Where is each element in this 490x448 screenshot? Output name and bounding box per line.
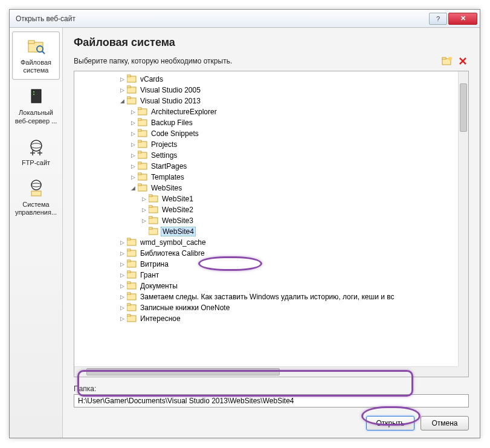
- expander-closed-icon[interactable]: ▷: [118, 282, 126, 290]
- expander-closed-icon[interactable]: ▷: [118, 238, 126, 247]
- folder-tree[interactable]: ▷vCards▷Visual Studio 2005◢Visual Studio…: [74, 71, 469, 377]
- expander-closed-icon[interactable]: ▷: [129, 151, 137, 160]
- tree-item[interactable]: ▷WebSite1: [74, 193, 458, 204]
- horizontal-scrollbar[interactable]: [74, 366, 458, 377]
- new-folder-button[interactable]: [441, 55, 453, 67]
- folder-icon: [127, 85, 139, 96]
- svg-rect-46: [149, 227, 152, 229]
- tree-item[interactable]: ▷Записные книжки OneNote: [74, 302, 458, 313]
- tree-item[interactable]: ▷Code Snippets: [74, 128, 458, 139]
- open-website-dialog: Открыть веб-сайт ? ✕ Файловая система Ло…: [9, 9, 480, 438]
- expander-closed-icon[interactable]: ▷: [129, 108, 137, 116]
- folder-icon: [149, 194, 161, 204]
- tree-item[interactable]: ▷StartPages: [74, 161, 458, 172]
- scc-icon: [27, 179, 46, 198]
- folder-icon: [127, 74, 139, 85]
- expander-closed-icon[interactable]: ▷: [129, 162, 137, 170]
- expander-closed-icon[interactable]: ▷: [118, 75, 126, 83]
- tree-item[interactable]: ▷WebSite2: [74, 204, 458, 215]
- svg-point-7: [31, 140, 42, 151]
- svg-rect-60: [127, 304, 131, 305]
- tree-item[interactable]: ▷ArchitectureExplorer: [74, 106, 458, 117]
- svg-rect-18: [127, 75, 131, 77]
- help-button[interactable]: ?: [429, 13, 447, 25]
- svg-rect-42: [149, 206, 152, 207]
- tree-item-label: WebSite4: [161, 227, 196, 236]
- expander-open-icon[interactable]: ◢: [129, 184, 137, 192]
- expander-closed-icon[interactable]: ▷: [129, 129, 137, 138]
- svg-rect-52: [127, 260, 131, 262]
- svg-rect-54: [127, 271, 131, 273]
- tree-item[interactable]: ▷Документы: [74, 281, 458, 291]
- tree-item-label: wmd_symbol_cache: [139, 238, 207, 247]
- path-input[interactable]: [74, 394, 469, 407]
- folder-icon: [127, 281, 139, 291]
- folder-icon: [138, 107, 150, 117]
- open-button[interactable]: Открыть: [366, 416, 414, 430]
- expander-closed-icon[interactable]: ▷: [118, 293, 126, 301]
- tree-item[interactable]: ▷Библиотека Calibre: [74, 248, 458, 259]
- sidebar-item-source-control[interactable]: Система управления...: [12, 174, 60, 221]
- folder-icon: [127, 292, 139, 302]
- sidebar-item-filesystem[interactable]: Файловая система: [12, 31, 60, 80]
- svg-rect-30: [138, 140, 141, 142]
- tree-item-label: WebSite3: [161, 216, 195, 225]
- close-button[interactable]: ✕: [448, 13, 477, 25]
- tree-item[interactable]: ◢Visual Studio 2013: [74, 96, 458, 106]
- server-icon: [27, 87, 46, 106]
- titlebar: Открыть веб-сайт ? ✕: [10, 10, 480, 28]
- expander-closed-icon[interactable]: ▷: [118, 271, 126, 279]
- folder-icon: [138, 140, 150, 150]
- expander-closed-icon[interactable]: ▷: [118, 304, 126, 312]
- svg-rect-24: [138, 108, 141, 109]
- tree-item[interactable]: ▷Templates: [74, 172, 458, 183]
- svg-line-3: [42, 51, 45, 54]
- svg-point-5: [33, 91, 34, 93]
- tree-item-label: WebSite2: [161, 206, 195, 214]
- tree-item[interactable]: ▷Заметаем следы. Как заставить Windows у…: [74, 291, 458, 302]
- expander-closed-icon[interactable]: ▷: [129, 140, 137, 149]
- folder-icon: [127, 270, 139, 281]
- expander-closed-icon[interactable]: ▷: [129, 118, 137, 127]
- tree-item-label: ArchitectureExplorer: [150, 108, 218, 116]
- tree-item[interactable]: ▷Грант: [74, 270, 458, 281]
- svg-point-14: [448, 57, 452, 60]
- vertical-scrollbar[interactable]: [458, 71, 468, 366]
- folder-icon: [127, 259, 139, 270]
- expander-closed-icon[interactable]: ▷: [140, 216, 148, 225]
- tree-item[interactable]: ▷WebSite3: [74, 215, 458, 226]
- expander-closed-icon[interactable]: ▷: [129, 173, 137, 181]
- tree-item[interactable]: ◢WebSites: [74, 183, 458, 193]
- tree-item-label: Заметаем следы. Как заставить Windows уд…: [139, 293, 396, 301]
- sidebar-item-label: Система управления...: [13, 201, 59, 216]
- delete-button[interactable]: [457, 55, 469, 67]
- cancel-button[interactable]: Отмена: [421, 416, 469, 430]
- tree-item-label: Templates: [150, 173, 185, 181]
- expander-closed-icon[interactable]: ▷: [118, 86, 126, 94]
- tree-item-label: vCards: [139, 75, 164, 83]
- expander-closed-icon[interactable]: ▷: [140, 206, 148, 214]
- tree-item[interactable]: ▷Projects: [74, 139, 458, 150]
- tree-item[interactable]: ▷Visual Studio 2005: [74, 85, 458, 96]
- tree-item[interactable]: ▷Settings: [74, 150, 458, 161]
- folder-icon: [138, 129, 150, 139]
- expander-closed-icon[interactable]: ▷: [118, 314, 126, 323]
- sidebar-item-local-iis[interactable]: Локальный веб-сервер ...: [12, 82, 60, 129]
- tree-item[interactable]: ▷wmd_symbol_cache: [74, 237, 458, 248]
- tree-item[interactable]: ▷Витрина: [74, 259, 458, 270]
- tree-item[interactable]: ▷Backup Files: [74, 117, 458, 128]
- svg-point-10: [31, 183, 41, 187]
- expander-closed-icon[interactable]: ▷: [140, 195, 148, 203]
- sidebar-item-label: FTP-сайт: [22, 159, 50, 167]
- sidebar-item-ftp[interactable]: FTP-сайт: [12, 132, 60, 172]
- expander-closed-icon[interactable]: ▷: [118, 260, 126, 268]
- expander-open-icon[interactable]: ◢: [118, 97, 126, 105]
- page-title: Файловая система: [74, 36, 469, 49]
- tree-item[interactable]: WebSite4: [74, 226, 458, 237]
- svg-rect-44: [149, 216, 152, 218]
- expander-closed-icon[interactable]: ▷: [118, 249, 126, 258]
- folder-icon: [127, 314, 139, 324]
- tree-item[interactable]: ▷vCards: [74, 74, 458, 85]
- svg-point-9: [31, 180, 41, 190]
- tree-item[interactable]: ▷Интересное: [74, 313, 458, 324]
